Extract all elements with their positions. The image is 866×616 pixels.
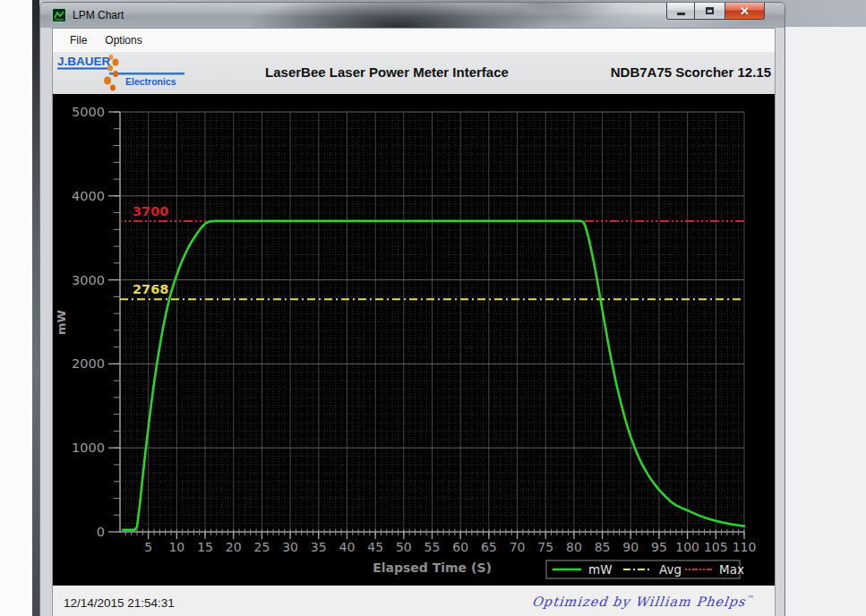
x-tick-label: 15 (197, 540, 213, 554)
close-button[interactable]: ✕ (725, 3, 765, 20)
y-tick-label: 3000 (72, 273, 105, 287)
legend-label-max: Max (719, 562, 744, 577)
x-tick-label: 30 (282, 540, 298, 554)
logo-flame-blob (109, 55, 114, 60)
x-tick-label: 40 (339, 540, 356, 554)
x-tick-label: 5 (144, 540, 152, 554)
lpm-chart-window: LPM Chart ✕ File Options J.BAUER Electro… (39, 2, 785, 616)
header-panel: J.BAUER Electronics LaserBee Laser Power… (53, 52, 775, 94)
x-tick-label: 75 (537, 540, 553, 554)
minimize-button[interactable] (666, 3, 695, 20)
desktop-wallpaper-right (785, 27, 866, 616)
device-version: NDB7A75 Scorcher 12.15 (611, 64, 771, 80)
chart-area: 0100020003000400050005101520253035404550… (53, 94, 775, 586)
x-tick-label: 105 (704, 540, 728, 554)
logo-flame-blob (110, 85, 116, 91)
x-tick-label: 50 (396, 540, 412, 554)
menu-options[interactable]: Options (96, 30, 150, 50)
x-tick-label: 100 (675, 540, 699, 554)
x-tick-label: 55 (424, 540, 441, 554)
menu-file[interactable]: File (61, 30, 96, 50)
credit-text: Optimized by William Phelps™ (531, 595, 754, 609)
close-icon: ✕ (740, 5, 750, 17)
window-client-area: File Options J.BAUER Electronics LaserBe… (52, 28, 776, 616)
maximize-button[interactable] (695, 3, 725, 20)
x-tick-label: 10 (168, 540, 184, 554)
avg-value-label: 2768 (133, 282, 168, 296)
minimize-icon (677, 13, 685, 15)
x-tick-label: 85 (595, 540, 611, 554)
x-tick-label: 95 (651, 540, 667, 554)
timestamp: 12/14/2015 21:54:31 (64, 596, 175, 610)
window-title: LPM Chart (73, 9, 124, 21)
maximize-icon (706, 7, 714, 14)
x-tick-label: 60 (452, 540, 468, 554)
x-tick-label: 25 (253, 540, 270, 554)
y-tick-label: 0 (97, 525, 105, 539)
titlebar[interactable]: LPM Chart ✕ (40, 3, 785, 28)
x-tick-label: 35 (311, 540, 327, 554)
app-icon (52, 8, 66, 22)
max-value-label: 3700 (133, 204, 168, 218)
y-tick-label: 2000 (72, 356, 105, 371)
menu-bar: File Options (53, 29, 775, 52)
desktop-wallpaper-left (0, 0, 32, 616)
x-tick-label: 90 (622, 540, 639, 554)
y-tick-label: 4000 (72, 189, 105, 203)
y-tick-label: 1000 (72, 441, 105, 455)
x-tick-label: 65 (481, 540, 497, 554)
x-tick-label: 70 (510, 540, 526, 554)
x-tick-label: 20 (226, 540, 242, 554)
desktop-wallpaper-dark-strip (32, 0, 39, 616)
power-chart: 0100020003000400050005101520253035404550… (53, 94, 775, 586)
x-tick-label: 80 (566, 540, 582, 554)
x-tick-label: 45 (367, 540, 383, 554)
status-bar: 12/14/2015 21:54:31 Optimized by William… (53, 586, 775, 616)
legend-label-mw: mW (588, 562, 613, 577)
y-axis-title: mW (55, 310, 68, 335)
x-tick-label: 110 (733, 540, 757, 554)
legend-label-avg: Avg (659, 562, 682, 577)
y-tick-label: 5000 (72, 105, 105, 119)
x-axis-title: Elapsed Time (S) (373, 560, 492, 575)
